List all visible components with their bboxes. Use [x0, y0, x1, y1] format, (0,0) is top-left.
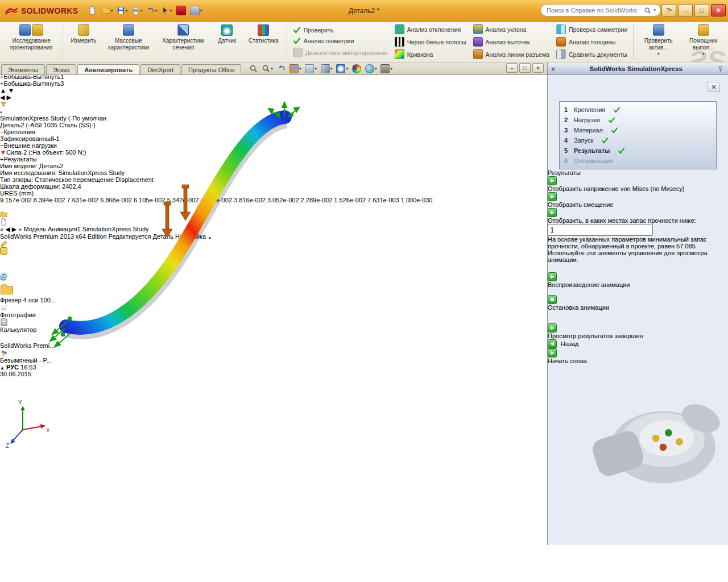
wizard-steps-list: 1Крепления 2Нагрузки 3Материал 4Запуск 5… — [559, 101, 717, 169]
collapse-pane-button[interactable]: « — [551, 64, 555, 73]
maximize-icon: □ — [700, 7, 704, 14]
caret-icon: ▾ — [702, 52, 705, 56]
step-fixtures[interactable]: 1Крепления — [564, 105, 712, 115]
show-displacement-link[interactable]: Отобразить смещение — [548, 192, 728, 208]
search-caret-icon: ▾ — [653, 9, 656, 12]
fos-threshold-input[interactable] — [548, 224, 653, 236]
stop-animation-button[interactable]: Остановка анимации — [548, 295, 728, 311]
symmetry-check-button[interactable]: Проверка симметрии — [556, 24, 627, 34]
doc-close-button[interactable]: ✕ — [532, 63, 544, 73]
reference-triad: Y x Z — [6, 400, 49, 449]
green-arrow-icon — [548, 323, 557, 332]
close-icon: ✕ — [715, 7, 721, 14]
check-active-document-button[interactable]: Проверить актив... ▾ — [636, 23, 681, 60]
step-material[interactable]: 3Материал — [564, 125, 712, 135]
back-arrow-icon — [548, 339, 557, 348]
stop-icon — [548, 295, 557, 304]
step-run[interactable]: 4Запуск — [564, 135, 712, 146]
analysis-advisor-button[interactable]: Помощник выпол... ▾ — [681, 23, 726, 60]
caret-icon: ▾ — [657, 52, 660, 56]
compare-documents-button[interactable]: Сравнить документы — [556, 49, 627, 59]
parting-line-button[interactable]: Анализ линии разъема — [473, 49, 549, 59]
undercut-analysis-icon — [473, 37, 483, 47]
results-section-title: Результаты — [548, 169, 728, 176]
compare-documents-icon — [556, 49, 566, 59]
thickness-analysis-button[interactable]: Анализ толщины — [556, 37, 627, 47]
symmetry-check-icon — [556, 24, 566, 34]
results-pane-body: Результаты Отобразить напряжение von Mis… — [548, 169, 728, 364]
restart-arrow-icon — [548, 348, 557, 357]
green-arrow-icon — [548, 176, 557, 185]
help-search-input[interactable] — [545, 6, 642, 14]
restart-button[interactable]: Начать снова — [548, 348, 728, 364]
document-window-controls: – □ ✕ — [506, 63, 547, 74]
step-results[interactable]: 5Результаты — [564, 146, 712, 156]
triad-y-label: Y — [18, 400, 22, 406]
draft-analysis-column: Анализ уклона Анализ выточек Анализ лини… — [470, 23, 553, 60]
step-complete-check-icon — [601, 137, 609, 144]
show-factor-of-safety-row[interactable]: Отобразить, в каких местах запас прочнос… — [548, 208, 728, 236]
step-complete-check-icon — [613, 106, 621, 114]
help-button[interactable]: ?▾ — [661, 4, 676, 16]
show-von-mises-link[interactable]: Отобразить напряжение von Mises (по Мизе… — [548, 176, 728, 192]
simulationxpress-task-pane: « SolidWorks SimulationXpress ✕ 1Креплен… — [547, 63, 728, 545]
draft-analysis-icon — [473, 24, 483, 34]
search-icon — [644, 7, 651, 14]
compare-column: Проверка симметрии Анализ толщины Сравни… — [553, 23, 631, 60]
window-controls: ?▾ – □ ✕ — [661, 4, 726, 16]
parting-line-icon — [473, 49, 483, 59]
play-animation-button[interactable]: Воспроизведение анимации — [548, 272, 728, 288]
task-pane-title: SolidWorks SimulationXpress — [555, 65, 717, 72]
fos-result-text: На основе указанных параметров минимальн… — [548, 236, 728, 250]
back-button[interactable]: Назад — [548, 339, 728, 348]
ribbon-separator — [633, 24, 634, 59]
green-arrow-icon — [548, 208, 557, 217]
solidworks-artwork — [548, 364, 728, 500]
thickness-analysis-icon — [556, 37, 566, 47]
close-button[interactable]: ✕ — [711, 4, 726, 16]
analysis-advisor-icon — [698, 24, 709, 36]
wizard-navigation-row: Назад Начать снова — [548, 339, 728, 364]
draft-analysis-button[interactable]: Анализ уклона — [473, 24, 549, 34]
green-arrow-icon — [548, 192, 557, 201]
pushpin-icon[interactable] — [717, 65, 725, 73]
undercut-analysis-button[interactable]: Анализ выточек — [473, 37, 549, 47]
minimize-icon: – — [684, 7, 687, 14]
triad-x-label: x — [47, 427, 49, 433]
step-optimization: 6Оптимизация — [564, 156, 712, 166]
doc-minimize-button[interactable]: – — [506, 63, 518, 73]
step-loads[interactable]: 2Нагрузки — [564, 115, 712, 125]
wizard-close-button[interactable]: ✕ — [708, 82, 720, 92]
step-complete-check-icon — [611, 127, 618, 134]
maximize-button[interactable]: □ — [694, 4, 709, 16]
solidworks-window: SOLIDWORKS ▾ ▾ ▾ ▾ ▾ ▾ Деталь2 * ▾ ?▾ – … — [0, 0, 728, 582]
check-active-icon — [653, 24, 664, 36]
step-complete-check-icon — [608, 117, 615, 124]
minimize-button[interactable]: – — [678, 4, 693, 16]
step-complete-check-icon — [618, 147, 625, 155]
model-render: Y x Z — [0, 0, 413, 460]
task-pane-header: « SolidWorks SimulationXpress — [548, 63, 728, 75]
play-icon — [548, 272, 557, 281]
doc-restore-button[interactable]: □ — [519, 63, 531, 73]
help-search-box[interactable]: ▾ — [540, 4, 661, 16]
animation-hint-text: Используйте эти элементы управления для … — [548, 250, 728, 263]
caret-icon: ▾ — [669, 9, 672, 12]
triad-z-label: Z — [6, 443, 9, 449]
results-done-link[interactable]: Просмотр результатов завершен — [548, 323, 728, 339]
